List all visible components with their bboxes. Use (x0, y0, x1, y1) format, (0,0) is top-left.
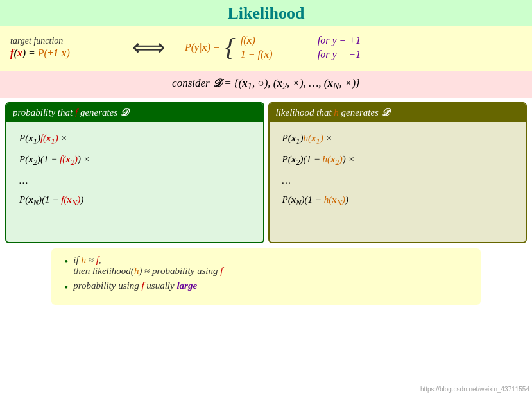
piecewise-case-2: 1 − f(x) for y = −1 (241, 49, 361, 60)
consider-text: consider 𝒟 = {(x1, ○), (x2, ×), …, (xN, … (172, 77, 360, 89)
left-line-4: P(xN)(1 − f(xN)) (19, 190, 250, 211)
case2-condition: for y = −1 (318, 49, 361, 60)
piecewise-case-1: f(x) for y = +1 (241, 35, 361, 46)
formula-close: ) (22, 47, 26, 58)
formula-eq: = (28, 47, 38, 58)
left-line-2: P(x2)(1 − f(x2)) × (19, 150, 250, 171)
bullet-item-2: • probability using f usually large (64, 280, 468, 295)
h-x2: h(x2) (323, 154, 343, 164)
h-x1: h(x1) (303, 133, 323, 143)
left-line-1: P(x1)f(x1) × (19, 128, 250, 150)
f-xN: f(xN) (61, 194, 80, 205)
f-x2: f(x2) (60, 154, 78, 164)
right-line-1: P(x1)h(x1) × (282, 128, 513, 150)
target-function-label: target function (10, 36, 113, 46)
P-label: P( (185, 42, 194, 53)
x-label: x (202, 42, 207, 53)
bullet-text-2: probability using f usually large (73, 280, 197, 291)
top-section: target function f(x) = P(+1|x) ⟺ P(y|x) … (0, 26, 532, 71)
bullet-item-1: • if h ≈ f, then likelihood(h) ≈ probabi… (64, 255, 468, 277)
f-bullet1: f (96, 255, 99, 265)
formula-P: P( (38, 47, 47, 58)
page-wrapper: Likelihood target function f(x) = P(+1|x… (0, 0, 532, 394)
left-line-3: … (19, 171, 250, 190)
piecewise-close: ) = (207, 42, 220, 53)
right-line-2: P(x2)(1 − h(x2)) × (282, 150, 513, 171)
right-line-4: P(xN)(1 − h(xN)) (282, 190, 513, 211)
formula-x-bold: x (17, 47, 22, 58)
case1-condition: for y = +1 (318, 35, 361, 46)
right-column: likelihood that h generates 𝒟 P(x1)h(x1)… (268, 102, 528, 243)
page-title: Likelihood (228, 4, 305, 22)
watermark: https://blog.csdn.net/weixin_43711554 (420, 386, 529, 393)
formula-close2: ) (66, 47, 69, 58)
bullet-dot-2: • (64, 281, 68, 295)
one-minus: 1 − f(x) (241, 49, 273, 60)
two-col-section: probability that f generates 𝒟 P(x1)f(x1… (0, 102, 532, 243)
large-label: large (176, 280, 197, 291)
bullet-dot-1: • (64, 255, 68, 269)
piecewise-cases: f(x) for y = +1 1 − f(x) for y = −1 (241, 35, 361, 60)
left-col-header: probability that f generates 𝒟 (6, 103, 263, 122)
formula-plus1: +1 (47, 47, 58, 58)
piecewise-lhs: P(y|x) = (185, 42, 220, 53)
bullet-text-1: if h ≈ f, then likelihood(h) ≈ probabili… (73, 255, 223, 277)
h-bullet1: h (81, 255, 86, 265)
right-col-header: likelihood that h generates 𝒟 (270, 103, 526, 122)
f-x1: f(x1) (40, 133, 58, 143)
target-function-formula: f(x) = P(+1|x) (10, 47, 113, 59)
h-highlight-right: h (334, 107, 339, 117)
h-bullet1b: h (134, 266, 139, 276)
piecewise-block: P(y|x) = { f(x) for y = +1 1 − f(x) for … (185, 35, 361, 60)
x-paren-1: (x) (243, 35, 255, 46)
equivalence-arrow: ⟺ (132, 34, 166, 61)
piecewise-brace: { (225, 35, 236, 60)
title-section: Likelihood (0, 0, 532, 26)
f-bullet2: f (141, 280, 144, 291)
right-col-body: P(x1)h(x1) × P(x2)(1 − h(x2)) × … P(xN)(… (270, 122, 526, 218)
h-xN: h(xN) (324, 194, 345, 205)
target-function-block: target function f(x) = P(+1|x) (10, 36, 113, 59)
left-col-body: P(x1)f(x1) × P(x2)(1 − f(x2)) × … P(xN)(… (6, 122, 263, 218)
f-bullet1b: f (220, 266, 223, 276)
consider-section: consider 𝒟 = {(x1, ○), (x2, ×), …, (xN, … (0, 71, 532, 98)
case2-value: 1 − f(x) (241, 49, 305, 60)
left-column: probability that f generates 𝒟 P(x1)f(x1… (5, 102, 264, 243)
case1-value: f(x) (241, 35, 305, 46)
bottom-section: • if h ≈ f, then likelihood(h) ≈ probabi… (51, 248, 481, 305)
f-highlight-left: f (75, 107, 78, 117)
right-line-3: … (282, 171, 513, 190)
